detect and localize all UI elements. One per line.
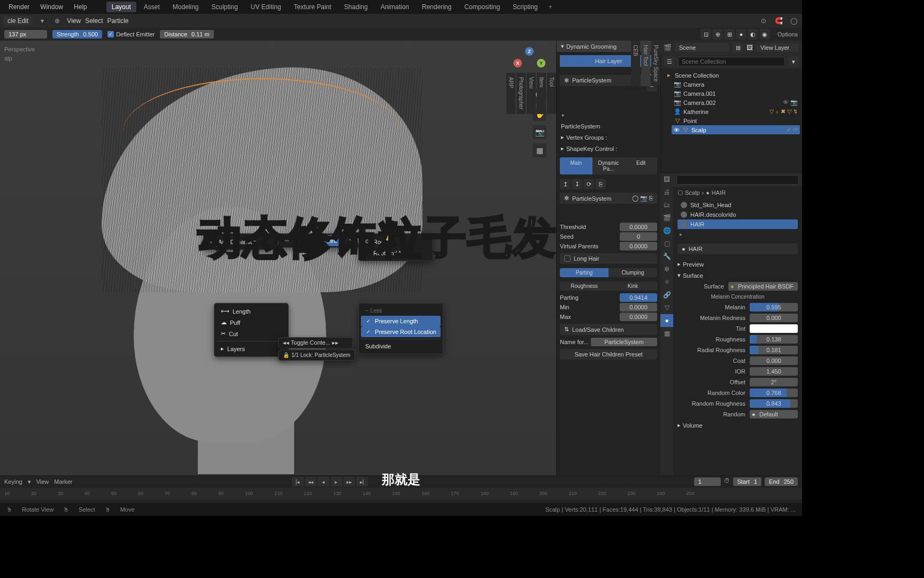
psys-dropdown[interactable]: ✼ParticleSystem◯ 📷 ⎘ xyxy=(560,193,657,204)
preset-name-field[interactable]: ParticleSystem xyxy=(591,338,657,346)
tree-point[interactable]: ▽Point xyxy=(672,116,800,125)
shading-solid-icon[interactable]: ● xyxy=(736,29,746,40)
cursor-icon[interactable]: ⊕ xyxy=(52,16,63,26)
shapekey-expand[interactable]: ▸ ShapeKey Control : xyxy=(557,143,660,154)
proportional-icon[interactable]: ◯ xyxy=(788,16,799,26)
timeline-ruler[interactable]: 1020304050607080901001101201301401501601… xyxy=(0,488,802,499)
tree-katherine[interactable]: 👤Katherine▽ ⬨ ✖ ▽ ↯ xyxy=(672,107,800,116)
workspace-add[interactable]: + xyxy=(544,3,557,11)
tree-scalp[interactable]: 👁▽Scalp✐ ⟳ xyxy=(672,125,800,134)
melanin-slider[interactable]: 0.595 xyxy=(750,303,798,311)
overlay-icon[interactable]: ⊡ xyxy=(700,29,711,40)
workspace-shading[interactable]: Shading xyxy=(339,2,373,12)
menu-render[interactable]: Render xyxy=(3,3,35,11)
shading-rendered-icon[interactable]: ◉ xyxy=(759,29,770,40)
surface-expand[interactable]: ▾ Surface xyxy=(677,270,798,281)
ctx-preserve-length[interactable]: ✓Preserve Length xyxy=(361,316,441,326)
autokey-icon[interactable]: ⏱ xyxy=(724,477,730,486)
rtab-ceb[interactable]: CEB xyxy=(631,41,640,86)
tab-kink[interactable]: Kink xyxy=(609,282,657,291)
refresh-icon[interactable]: ⟳ xyxy=(583,179,594,189)
ptab-scene[interactable]: 🎬 xyxy=(660,211,673,224)
ctx-cut[interactable]: ✂Cut xyxy=(217,328,286,339)
sidetab-photographer[interactable]: Photographer xyxy=(517,73,526,114)
ptab-modifier[interactable]: 🔧 xyxy=(660,250,673,263)
download-icon[interactable]: ↧ xyxy=(572,179,582,189)
workspace-scripting[interactable]: Scripting xyxy=(507,2,543,12)
ptab-world[interactable]: 🌐 xyxy=(660,224,673,237)
mat-hair-desc[interactable]: HAIR.descolorido xyxy=(677,210,798,219)
ptab-viewlayer[interactable]: 🗂 xyxy=(660,199,673,211)
material-selector[interactable]: ●HAIR xyxy=(677,244,798,254)
random-color-slider[interactable]: 0.768 xyxy=(750,389,798,397)
snap-icon[interactable]: 🧲 xyxy=(773,16,784,26)
surface-shader[interactable]: ●Principled Hair BSDF xyxy=(728,282,798,291)
workspace-uv[interactable]: UV Editing xyxy=(245,2,287,12)
perspective-icon[interactable]: ▦ xyxy=(533,143,546,157)
tl-marker[interactable]: Marker xyxy=(54,478,72,485)
ptab-output[interactable]: 🖨 xyxy=(660,186,673,199)
menu-select[interactable]: Select xyxy=(85,17,103,25)
strength-field[interactable]: Strength0.500 xyxy=(52,30,102,39)
workspace-sculpting[interactable]: Sculpting xyxy=(206,2,243,12)
tab-clumping[interactable]: Clumping xyxy=(609,268,657,277)
sidetab-view[interactable]: View xyxy=(527,73,536,114)
play-icon[interactable]: ▸ xyxy=(330,477,342,486)
mat-skin[interactable]: Std_Skin_Head xyxy=(677,200,798,210)
ptab-texture[interactable]: ▦ xyxy=(660,327,673,340)
vertex-groups-expand[interactable]: ▸ Vertex Groups : xyxy=(557,132,660,143)
filter-icon[interactable]: ▾ xyxy=(788,56,799,67)
ctx-puff[interactable]: ☁Puff xyxy=(217,317,286,328)
props-search[interactable] xyxy=(676,175,799,185)
sidetab-tool[interactable]: Tool xyxy=(547,73,556,114)
tint-color[interactable] xyxy=(750,324,798,333)
longhair-checkbox[interactable]: Long Hair xyxy=(560,253,657,264)
parting-field[interactable]: 0.9414 xyxy=(620,293,657,302)
outliner-search[interactable] xyxy=(678,57,785,66)
workspace-rendering[interactable]: Rendering xyxy=(417,2,457,12)
shading-wire-icon[interactable]: ⊞ xyxy=(724,29,735,40)
mode-selector[interactable]: cle Edit xyxy=(3,16,33,26)
workspace-compositing[interactable]: Compositing xyxy=(459,2,505,12)
radial-roughness-slider[interactable]: 0.181 xyxy=(750,346,798,354)
menu-particle[interactable]: Particle xyxy=(107,17,129,25)
tab-roughness[interactable]: Roughness xyxy=(560,282,609,291)
scene-browse-icon[interactable]: ⊞ xyxy=(733,42,743,53)
deflect-checkbox[interactable]: ✓Deflect Emitter xyxy=(107,31,155,37)
keyframe-next-icon[interactable]: ▸▸ xyxy=(343,477,355,486)
save-preset-button[interactable]: Save Hair Children Preset xyxy=(560,349,657,360)
ctx-length[interactable]: ⟷Length xyxy=(217,306,286,317)
tl-view[interactable]: View xyxy=(36,478,49,485)
current-frame[interactable]: 1 xyxy=(694,477,721,486)
tab-main[interactable]: Main xyxy=(560,157,592,174)
coat-slider[interactable]: 0.000 xyxy=(750,356,798,365)
tree-camera[interactable]: 📷Camera xyxy=(672,80,800,89)
workspace-layout[interactable]: Layout xyxy=(106,2,136,12)
rtab-hairtool[interactable]: Hair Tool xyxy=(641,41,650,86)
camera-icon[interactable]: 📷 xyxy=(533,125,546,139)
ctx-toggle[interactable]: ◂◂ Toggle Conte... ▸▸ xyxy=(278,337,353,348)
random-roughness-slider[interactable]: 0.843 xyxy=(750,399,798,408)
tree-scene-collection[interactable]: ▸Scene Collection xyxy=(663,71,800,80)
end-frame[interactable]: End 250 xyxy=(765,477,798,486)
ctx-preserve-root[interactable]: ✓Preserve Root Location xyxy=(361,326,441,337)
ctx-layers[interactable]: ▸ Layers xyxy=(217,343,286,354)
mat-hair[interactable]: HAIR xyxy=(677,219,798,229)
seed-field[interactable]: 0 xyxy=(620,232,657,241)
viewlayer-selector[interactable]: View Layer xyxy=(756,43,799,52)
workspace-asset[interactable]: Asset xyxy=(138,2,165,12)
ior-slider[interactable]: 1.450 xyxy=(750,367,798,376)
scene-selector[interactable]: Scene xyxy=(675,43,729,52)
tab-parting[interactable]: Parting xyxy=(560,268,609,277)
copy-icon[interactable]: ⎘ xyxy=(595,179,606,189)
tree-camera001[interactable]: 📷Camera.001 xyxy=(672,89,800,98)
ctx-subdivide[interactable]: Subdivide xyxy=(361,341,441,352)
radius-field[interactable]: 137 px xyxy=(4,30,47,39)
axis-x-icon[interactable]: X xyxy=(513,59,522,67)
ptab-material[interactable]: ● xyxy=(660,314,673,327)
start-frame[interactable]: Start 1 xyxy=(733,477,761,486)
jump-end-icon[interactable]: ▸| xyxy=(356,477,368,486)
virtual-parents-field[interactable]: 0.0000 xyxy=(620,242,657,250)
tab-dynamic[interactable]: Dynamic Pa... xyxy=(592,157,625,174)
gizmo-icon[interactable]: ⊕ xyxy=(712,29,723,40)
